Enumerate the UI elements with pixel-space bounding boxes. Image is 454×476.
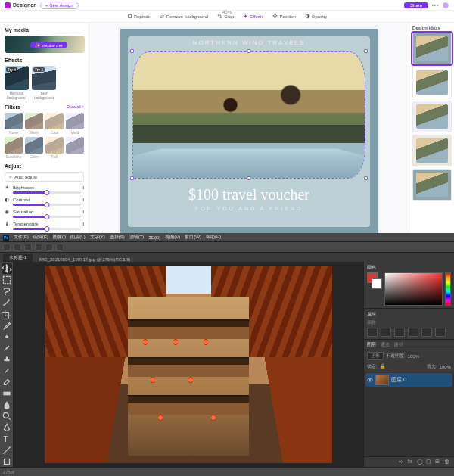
wand-tool-icon[interactable]: [2, 297, 12, 308]
eyedropper-tool-icon[interactable]: [2, 320, 12, 331]
menu-layer[interactable]: 图层(L): [70, 234, 85, 241]
filter-sunshine[interactable]: Sunshine: [5, 137, 23, 159]
mask-icon[interactable]: ◯: [417, 459, 424, 465]
menu-file[interactable]: 文件(F): [14, 234, 29, 241]
opacity-value[interactable]: 100%: [408, 354, 419, 359]
share-button[interactable]: Share: [404, 2, 428, 8]
option-icon[interactable]: [56, 244, 64, 251]
layers-tab[interactable]: 图层: [367, 341, 376, 348]
menu-edit[interactable]: 编辑(E): [33, 234, 48, 241]
dodge-tool-icon[interactable]: [2, 411, 12, 422]
filter-calm[interactable]: Calm: [25, 137, 43, 159]
color-picker[interactable]: [384, 272, 443, 306]
marquee-tool-icon[interactable]: [2, 275, 12, 285]
menu-filter[interactable]: 滤镜(T): [129, 234, 145, 241]
show-all-link[interactable]: Show all >: [67, 104, 84, 109]
doc-tab[interactable]: 未标题-1: [3, 254, 33, 262]
remove-bg-button[interactable]: Remove background: [157, 13, 210, 20]
ps-document-image[interactable]: [45, 266, 332, 463]
background-color[interactable]: [372, 278, 382, 289]
voucher-title[interactable]: $100 travel voucher: [120, 186, 378, 204]
zoom-indicator[interactable]: 40%: [222, 10, 232, 14]
adjust-icon[interactable]: [421, 328, 432, 337]
selected-image[interactable]: [132, 51, 365, 179]
resize-handle[interactable]: [130, 49, 134, 53]
heal-tool-icon[interactable]: [2, 331, 12, 342]
voucher-subtitle[interactable]: FOR YOU AND A FRIEND: [120, 206, 378, 211]
adjustments-heading[interactable]: 调整: [367, 319, 451, 326]
brightness-slider[interactable]: ☀Brightness0: [5, 185, 84, 194]
folder-icon[interactable]: ▢: [426, 459, 433, 465]
slider-track[interactable]: [13, 204, 81, 206]
layer-name[interactable]: 图层 0: [391, 376, 406, 384]
adjust-icon[interactable]: [435, 328, 446, 337]
user-avatar-icon[interactable]: [442, 2, 449, 9]
resize-handle[interactable]: [364, 49, 368, 53]
resize-handle[interactable]: [130, 176, 134, 180]
design-idea-3[interactable]: [412, 101, 452, 132]
design-idea-1[interactable]: [412, 33, 452, 64]
option-icon[interactable]: [45, 244, 53, 251]
slider-track[interactable]: [13, 228, 81, 230]
fx-icon[interactable]: fx: [408, 459, 415, 465]
menu-view[interactable]: 视图(V): [165, 234, 180, 241]
new-design-button[interactable]: + New design: [40, 2, 79, 9]
slider-track[interactable]: [13, 216, 81, 218]
filter-fall[interactable]: Fall: [45, 137, 64, 159]
channels-tab[interactable]: 通道: [381, 341, 390, 348]
layer-row[interactable]: 图层 0: [365, 373, 452, 387]
option-icon[interactable]: [24, 244, 32, 251]
inspire-me-button[interactable]: ✨ Inspire me: [30, 42, 67, 48]
brush-tool-icon[interactable]: [2, 343, 12, 353]
paths-tab[interactable]: 路径: [394, 341, 403, 348]
photoshop-logo-icon[interactable]: Ps: [3, 235, 9, 241]
designer-logo[interactable]: Designer: [5, 2, 36, 8]
design-idea-2[interactable]: [412, 67, 452, 98]
trash-icon[interactable]: 🗑: [444, 459, 451, 465]
type-tool-icon[interactable]: T: [2, 434, 12, 444]
crop-tool-icon[interactable]: [2, 309, 12, 319]
option-icon[interactable]: [35, 244, 42, 251]
fg-bg-swatch[interactable]: [367, 272, 382, 306]
link-layers-icon[interactable]: ∞: [399, 459, 406, 465]
slider-thumb[interactable]: [45, 214, 50, 219]
filter-more[interactable]: [66, 137, 84, 159]
replace-button[interactable]: Replace: [125, 13, 153, 20]
menu-select[interactable]: 选择(S): [110, 234, 125, 241]
fill-value[interactable]: 100%: [440, 365, 451, 369]
opacity-button[interactable]: Opacity: [303, 13, 329, 20]
artboard[interactable]: NORTHERN WIND TRAVELS $100 travel vou: [120, 29, 378, 233]
menu-3d[interactable]: 3D(D): [148, 235, 160, 240]
more-icon[interactable]: [431, 2, 439, 9]
filter-cool[interactable]: Cool: [45, 113, 64, 135]
adjust-icon[interactable]: [367, 328, 378, 337]
shape-tool-icon[interactable]: [2, 456, 12, 467]
style-remove-bg[interactable]: Try it Remove background: [5, 66, 29, 100]
pen-tool-icon[interactable]: [2, 422, 12, 433]
menu-image[interactable]: 图像(I): [53, 234, 67, 241]
position-button[interactable]: Position: [270, 13, 297, 20]
eraser-tool-icon[interactable]: [2, 377, 12, 387]
gradient-tool-icon[interactable]: [2, 388, 12, 399]
media-thumbnail[interactable]: ✨ Inspire me: [5, 36, 85, 53]
slider-thumb[interactable]: [45, 202, 50, 207]
adjust-icon[interactable]: [381, 328, 391, 337]
blend-mode-select[interactable]: 正常: [367, 352, 384, 360]
filter-vivid[interactable]: Vivid: [66, 113, 84, 135]
resize-handle[interactable]: [247, 49, 251, 53]
design-canvas[interactable]: NORTHERN WIND TRAVELS $100 travel vou: [89, 23, 409, 233]
properties-heading[interactable]: 属性: [367, 311, 451, 318]
brand-text[interactable]: NORTHERN WIND TRAVELS: [120, 39, 378, 46]
option-icon[interactable]: [14, 244, 21, 251]
resize-handle[interactable]: [247, 176, 251, 180]
auto-adjust-button[interactable]: ✧ Auto adjust: [5, 172, 84, 182]
resize-handle[interactable]: [364, 176, 368, 180]
menu-type[interactable]: 文字(Y): [90, 234, 105, 241]
saturation-slider[interactable]: ◉Saturation0: [5, 209, 84, 218]
hue-slider[interactable]: [445, 272, 451, 306]
temperature-slider[interactable]: 🌡Temperature0: [5, 221, 84, 230]
menu-window[interactable]: 窗口(W): [185, 234, 201, 241]
lasso-tool-icon[interactable]: [2, 286, 12, 297]
visibility-icon[interactable]: [367, 377, 373, 383]
design-idea-4[interactable]: [412, 135, 452, 166]
